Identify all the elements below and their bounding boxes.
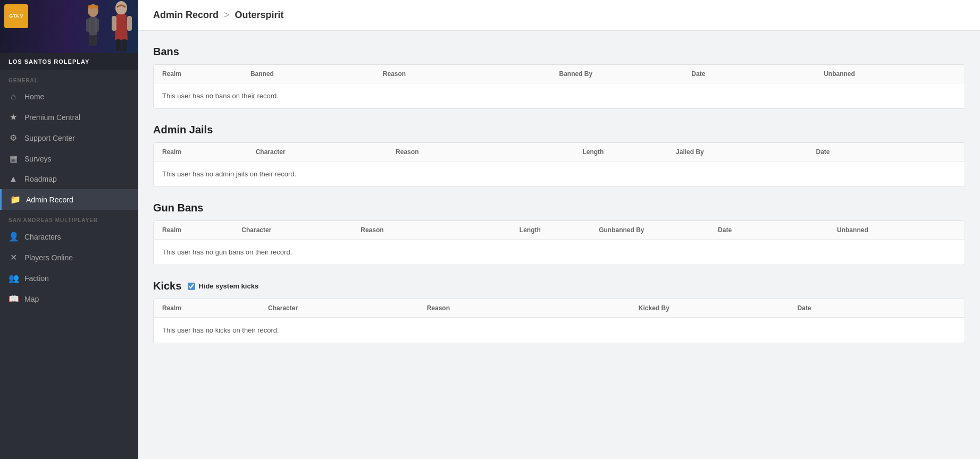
- sidebar-label-support-center: Support Center: [24, 134, 75, 142]
- jails-col-reason: Reason: [396, 148, 582, 156]
- bans-col-unbanned: Unbanned: [824, 70, 956, 78]
- multiplayer-section-label: SAN ANDREAS MULTIPLAYER: [0, 210, 138, 226]
- bans-col-banned: Banned: [250, 70, 383, 78]
- jails-col-character: Character: [256, 148, 396, 156]
- star-icon: ★: [9, 112, 18, 122]
- faction-icon: 👥: [9, 273, 18, 283]
- gunbans-col-length: Length: [520, 226, 599, 234]
- general-section-label: GENERAL: [0, 70, 138, 87]
- gunbans-col-date: Date: [718, 226, 837, 234]
- sidebar-item-premium-central[interactable]: ★ Premium Central: [0, 107, 138, 128]
- svg-point-7: [115, 1, 127, 15]
- folder-icon: 📁: [10, 194, 20, 205]
- topbar: Admin Record > Outerspirit: [138, 0, 980, 31]
- gear-icon: ⚙: [9, 133, 18, 143]
- sidebar-item-support-center[interactable]: ⚙ Support Center: [0, 128, 138, 148]
- gun-bans-section: Gun Bans Realm Character Reason Length G…: [153, 202, 965, 265]
- sidebar-item-home[interactable]: ⌂ Home: [0, 87, 138, 107]
- server-name-label: LOS SANTOS ROLEPLAY: [0, 53, 138, 70]
- survey-icon: ▦: [9, 154, 18, 164]
- banner-characters: [74, 0, 138, 53]
- kicks-empty-message: This user has no kicks on their record.: [154, 318, 965, 343]
- kicks-table-card: Realm Character Reason Kicked By Date Th…: [153, 299, 965, 343]
- breadcrumb-separator: >: [224, 10, 230, 21]
- main-content: Admin Record > Outerspirit Bans Realm Ba…: [138, 0, 980, 459]
- breadcrumb-current: Outerspirit: [235, 10, 284, 21]
- sidebar-label-premium-central: Premium Central: [24, 113, 80, 122]
- svg-rect-11: [122, 39, 127, 51]
- svg-rect-3: [86, 19, 90, 32]
- kicks-title: Kicks Hide system kicks: [153, 280, 965, 292]
- gta-logo: GTA V: [4, 4, 28, 28]
- sidebar-banner: GTA V: [0, 0, 138, 53]
- bans-empty-message: This user has no bans on their record.: [154, 83, 965, 108]
- kicks-table-header: Realm Character Reason Kicked By Date: [154, 299, 965, 318]
- home-icon: ⌂: [9, 92, 18, 101]
- map-icon: 📖: [9, 294, 18, 304]
- svg-rect-8: [112, 16, 116, 31]
- admin-jails-section: Admin Jails Realm Character Reason Lengt…: [153, 124, 965, 187]
- kicks-col-reason: Reason: [427, 304, 639, 312]
- svg-rect-1: [88, 5, 98, 8]
- sidebar-label-admin-record: Admin Record: [26, 196, 73, 204]
- sidebar-item-admin-record[interactable]: 📁 Admin Record: [0, 189, 138, 210]
- gun-bans-table-header: Realm Character Reason Length Gunbanned …: [154, 221, 965, 240]
- bans-col-date: Date: [691, 70, 824, 78]
- sidebar-label-map: Map: [24, 295, 39, 303]
- gun-bans-empty-message: This user has no gun bans on their recor…: [154, 240, 965, 265]
- players-icon: ✕: [9, 252, 18, 262]
- sidebar-item-map[interactable]: 📖 Map: [0, 288, 138, 309]
- sidebar-label-surveys: Surveys: [24, 155, 52, 163]
- bans-col-realm: Realm: [162, 70, 250, 78]
- bans-table-card: Realm Banned Reason Banned By Date Unban…: [153, 64, 965, 109]
- content-area: Bans Realm Banned Reason Banned By Date …: [138, 31, 980, 373]
- jails-col-length: Length: [582, 148, 676, 156]
- gunbans-col-realm: Realm: [162, 226, 241, 234]
- kicks-col-date: Date: [797, 304, 956, 312]
- character-icon: 👤: [9, 232, 18, 242]
- sidebar-label-faction: Faction: [24, 274, 49, 283]
- sidebar-label-players-online: Players Online: [24, 253, 73, 262]
- jails-col-realm: Realm: [162, 148, 256, 156]
- admin-jails-empty-message: This user has no admin jails on their re…: [154, 162, 965, 186]
- hide-system-kicks-checkbox[interactable]: [188, 283, 195, 290]
- kicks-col-realm: Realm: [162, 304, 268, 312]
- gun-bans-title: Gun Bans: [153, 202, 965, 214]
- admin-jails-table-card: Realm Character Reason Length Jailed By …: [153, 142, 965, 187]
- sidebar-label-roadmap: Roadmap: [24, 175, 57, 183]
- sidebar-item-characters[interactable]: 👤 Characters: [0, 226, 138, 247]
- gun-bans-table-card: Realm Character Reason Length Gunbanned …: [153, 220, 965, 265]
- roadmap-icon: ▲: [9, 174, 18, 184]
- breadcrumb-root: Admin Record: [153, 10, 219, 21]
- gunbans-col-character: Character: [241, 226, 361, 234]
- sidebar: GTA V LOS SANTOS ROLE: [0, 0, 138, 459]
- gunbans-col-unbanned: Unbanned: [837, 226, 956, 234]
- kicks-col-kicked-by: Kicked By: [639, 304, 798, 312]
- jails-col-jailed-by: Jailed By: [676, 148, 816, 156]
- hide-system-kicks-label[interactable]: Hide system kicks: [188, 282, 258, 290]
- kicks-section: Kicks Hide system kicks Realm Character …: [153, 280, 965, 343]
- sidebar-item-faction[interactable]: 👥 Faction: [0, 268, 138, 288]
- svg-rect-10: [116, 39, 121, 51]
- gunbans-col-gunbanned-by: Gunbanned By: [599, 226, 718, 234]
- svg-rect-6: [93, 35, 97, 46]
- sidebar-item-roadmap[interactable]: ▲ Roadmap: [0, 169, 138, 189]
- bans-col-banned-by: Banned By: [559, 70, 692, 78]
- admin-jails-title: Admin Jails: [153, 124, 965, 136]
- svg-rect-4: [95, 19, 99, 32]
- svg-rect-5: [89, 35, 93, 46]
- bans-table-header: Realm Banned Reason Banned By Date Unban…: [154, 65, 965, 83]
- bans-col-reason: Reason: [383, 70, 559, 78]
- bans-title: Bans: [153, 46, 965, 58]
- sidebar-item-surveys[interactable]: ▦ Surveys: [0, 148, 138, 169]
- svg-rect-9: [127, 16, 132, 31]
- gunbans-col-reason: Reason: [361, 226, 520, 234]
- hide-system-kicks-text: Hide system kicks: [198, 282, 258, 290]
- bans-section: Bans Realm Banned Reason Banned By Date …: [153, 46, 965, 109]
- sidebar-item-players-online[interactable]: ✕ Players Online: [0, 247, 138, 268]
- kicks-col-character: Character: [268, 304, 427, 312]
- sidebar-label-characters: Characters: [24, 233, 61, 241]
- admin-jails-table-header: Realm Character Reason Length Jailed By …: [154, 143, 965, 162]
- sidebar-label-home: Home: [24, 92, 44, 101]
- jails-col-date: Date: [816, 148, 956, 156]
